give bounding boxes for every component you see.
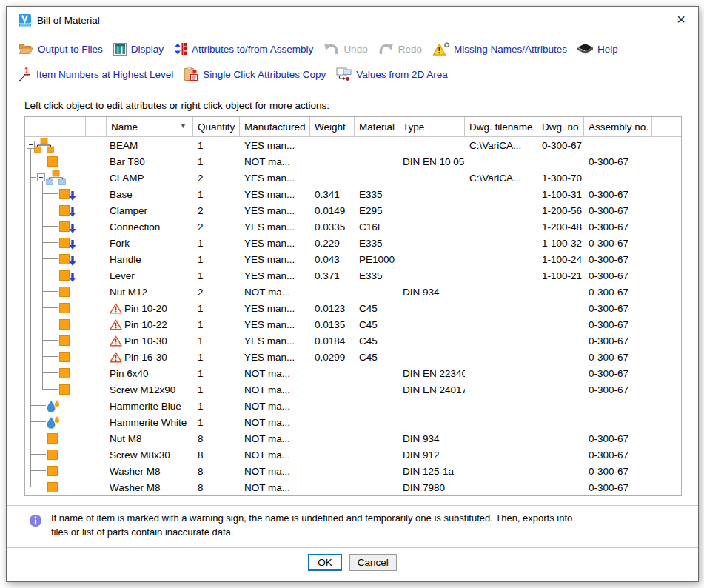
table-row[interactable]: Clamper2YES man...0.0149E2951-200-560-30… bbox=[25, 202, 681, 218]
warning-triangle-icon bbox=[110, 335, 124, 347]
material-cell: E335 bbox=[355, 235, 398, 251]
item-name: Screw M12x90 bbox=[110, 384, 175, 395]
material-cell: E335 bbox=[355, 186, 398, 202]
dwg-no-cell bbox=[537, 479, 584, 495]
assembly-no-cell: 0-300-67 bbox=[584, 300, 652, 316]
down-arrow-icon bbox=[69, 273, 76, 282]
table-row[interactable]: Pin 10-221YES man...0.0135C450-300-67 bbox=[25, 316, 681, 333]
minus-glyph bbox=[39, 177, 43, 178]
values-from-2d-area-button[interactable]: Values from 2D Area bbox=[336, 67, 448, 81]
column-header-label: Material bbox=[359, 121, 395, 133]
material-cell: C45 bbox=[355, 300, 398, 316]
display-button[interactable]: Display bbox=[113, 43, 164, 56]
manufactured-cell: YES man... bbox=[240, 251, 310, 267]
table-row[interactable]: Base1YES man...0.341E3351-100-310-300-67 bbox=[25, 186, 681, 202]
table-row[interactable]: Handle1YES man...0.043PE10001-100-240-30… bbox=[25, 251, 681, 267]
column-header-quantity[interactable]: Quantity bbox=[193, 117, 240, 136]
tree-line bbox=[30, 202, 31, 218]
missing-names-attributes-button[interactable]: Missing Names/Attributes bbox=[432, 42, 567, 56]
tree-line bbox=[30, 235, 31, 251]
column-header-name[interactable]: Name▼ bbox=[107, 117, 193, 136]
table-row[interactable]: Lever1YES man...0.371E3351-100-210-300-6… bbox=[25, 267, 681, 284]
help-book-icon bbox=[577, 44, 593, 55]
table-row[interactable]: Connection2YES man...0.0335C16E1-200-480… bbox=[25, 218, 681, 235]
quantity-cell: 8 bbox=[193, 447, 240, 463]
manufactured-cell: YES man... bbox=[240, 349, 310, 365]
tree-line bbox=[30, 186, 31, 202]
table-row[interactable]: Screw M12x901NOT ma...DIN EN 240170-300-… bbox=[25, 381, 681, 398]
table-row[interactable]: Pin 6x401NOT ma...DIN EN 223400-300-67 bbox=[25, 365, 681, 381]
help-button[interactable]: Help bbox=[577, 44, 618, 55]
redo-button: Redo bbox=[378, 43, 422, 56]
tree-line bbox=[30, 153, 31, 170]
assembly-no-cell: 0-300-67 bbox=[584, 284, 652, 300]
table-row[interactable]: Bar T801NOT ma...DIN EN 10 0550-300-67 bbox=[25, 153, 681, 170]
spacer-cell bbox=[652, 463, 681, 479]
item-name: Hammerite Blue bbox=[110, 401, 181, 412]
attributes-to-from-assembly-button[interactable]: Attributes to/from Assembly bbox=[174, 42, 313, 56]
display-icon bbox=[113, 43, 127, 56]
title-bar[interactable]: Bill of Material × bbox=[7, 7, 698, 33]
column-header-label: Assembly no. bbox=[589, 121, 648, 133]
table-row[interactable]: Screw M8x308NOT ma...DIN 9120-300-67 bbox=[25, 447, 681, 463]
table-row[interactable]: Pin 10-201YES man...0.0123C450-300-67 bbox=[25, 300, 681, 316]
toolbar: Output to FilesDisplayAttributes to/from… bbox=[7, 33, 698, 87]
column-header-material[interactable]: Material bbox=[355, 117, 398, 136]
table-row[interactable]: Nut M122NOT ma...DIN 9340-300-67 bbox=[25, 284, 681, 300]
spacer-cell bbox=[652, 186, 681, 202]
column-header-weight[interactable]: Weight bbox=[310, 117, 355, 136]
bom-table-body: BEAM1YES man...C:\VariCA...0-300-67Bar T… bbox=[25, 137, 681, 495]
ok-button[interactable]: OK bbox=[308, 554, 342, 571]
column-header-manufactured[interactable]: Manufactured bbox=[240, 117, 310, 136]
bom-table: Name▼QuantityManufacturedWeightMaterialT… bbox=[24, 116, 682, 496]
quantity-cell: 1 bbox=[193, 137, 240, 153]
type-cell: DIN EN 24017 bbox=[398, 381, 465, 398]
warning-triangle-icon bbox=[110, 352, 124, 363]
dwg-no-cell bbox=[537, 316, 584, 333]
table-row[interactable]: Washer M88NOT ma...DIN 79800-300-67 bbox=[25, 479, 681, 495]
weight-cell: 0.0149 bbox=[310, 202, 355, 218]
table-row[interactable]: CLAMP2YES man...C:\VariCA...1-300-70 bbox=[25, 170, 681, 186]
table-row[interactable]: Hammerite Blue1NOT ma... bbox=[25, 398, 681, 414]
toolbar-row-2: 1Item Numbers at Highest LevelSingle Cli… bbox=[19, 61, 686, 87]
table-row[interactable]: Pin 10-301YES man...0.0184C450-300-67 bbox=[25, 333, 681, 349]
sort-descending-icon[interactable]: ▼ bbox=[180, 122, 187, 130]
table-row[interactable]: Nut M88NOT ma...DIN 9340-300-67 bbox=[25, 430, 681, 447]
dwg-filename-cell bbox=[465, 479, 537, 495]
single-click-attributes-copy-button[interactable]: Single Click Attributes Copy bbox=[184, 67, 326, 81]
toolbar-row-1: Output to FilesDisplayAttributes to/from… bbox=[19, 36, 686, 61]
assembly-no-cell: 0-300-67 bbox=[584, 447, 652, 463]
close-button[interactable]: × bbox=[664, 7, 698, 32]
column-header-dwg-no[interactable]: Dwg. no. bbox=[537, 117, 584, 136]
quantity-cell: 2 bbox=[193, 202, 240, 218]
name-cell: Pin 16-30 bbox=[107, 349, 193, 365]
tree-line bbox=[30, 267, 31, 284]
item-numbers-at-highest-level-button[interactable]: 1Item Numbers at Highest Level bbox=[19, 67, 173, 82]
column-header-type[interactable]: Type bbox=[398, 117, 465, 136]
quantity-cell: 8 bbox=[193, 430, 240, 447]
table-row[interactable]: Pin 16-301YES man...0.0299C450-300-67 bbox=[25, 349, 681, 365]
item-name: BEAM bbox=[110, 140, 138, 151]
table-row[interactable]: Washer M88NOT ma...DIN 125-1a0-300-67 bbox=[25, 463, 681, 479]
item-name: Screw M8x30 bbox=[110, 450, 170, 461]
assembly-no-cell: 0-300-67 bbox=[584, 153, 652, 170]
column-header-dwg-filename[interactable]: Dwg. filename bbox=[465, 117, 537, 136]
type-cell bbox=[398, 186, 465, 202]
part-arrow-icon bbox=[59, 189, 70, 199]
help-label: Help bbox=[597, 44, 618, 55]
warning-search-icon bbox=[432, 42, 449, 56]
tree-cell bbox=[25, 479, 107, 495]
collapse-box[interactable] bbox=[37, 173, 45, 181]
name-cell: Screw M8x30 bbox=[107, 447, 193, 463]
tree-line bbox=[42, 267, 43, 284]
assembly-no-cell: 0-300-67 bbox=[584, 430, 652, 447]
table-row[interactable]: Fork1YES man...0.229E3351-100-320-300-67 bbox=[25, 235, 681, 251]
table-row[interactable]: Hammerite White1NOT ma... bbox=[25, 414, 681, 430]
manufactured-cell: NOT ma... bbox=[240, 365, 310, 381]
attributes-to-from-assembly-label: Attributes to/from Assembly bbox=[192, 44, 313, 55]
table-row[interactable]: BEAM1YES man...C:\VariCA...0-300-67 bbox=[25, 137, 681, 153]
dwg-no-cell bbox=[537, 300, 584, 316]
column-header-assembly-no[interactable]: Assembly no. bbox=[584, 117, 652, 136]
cancel-button[interactable]: Cancel bbox=[349, 554, 397, 571]
output-to-files-button[interactable]: Output to Files bbox=[19, 43, 103, 55]
